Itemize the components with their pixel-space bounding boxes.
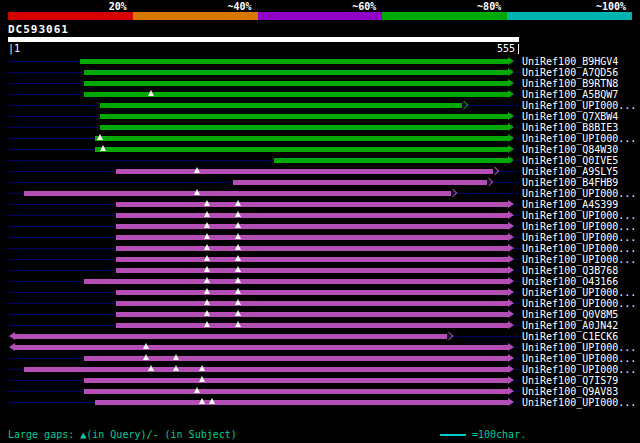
alignment-bar[interactable]	[116, 246, 509, 251]
alignment-bar[interactable]	[84, 70, 508, 75]
bar-arrow-icon	[508, 365, 514, 373]
alignment-bar[interactable]	[24, 191, 452, 196]
bar-arrow-icon	[508, 222, 514, 230]
hit-label[interactable]: UniRef100_B8BIE3	[522, 122, 618, 133]
hit-label[interactable]: UniRef100_Q84W30	[522, 144, 618, 155]
alignment-bar[interactable]	[116, 235, 509, 240]
alignment-bar[interactable]	[116, 224, 509, 229]
hit-label[interactable]: UniRef100_UPI000...	[522, 353, 636, 364]
hit-label[interactable]: UniRef100_B9HGV4	[522, 56, 618, 67]
alignment-row: UniRef100_B9HGV4	[8, 56, 640, 67]
alignment-row: UniRef100_B8BIE3	[8, 122, 640, 133]
hit-label[interactable]: UniRef100_Q0V8M5	[522, 309, 618, 320]
hit-label[interactable]: UniRef100_A5BQW7	[522, 89, 618, 100]
bar-arrow-icon	[508, 255, 514, 263]
hit-label[interactable]: UniRef100_UPI000...	[522, 100, 636, 111]
legend-gaps: Large gaps: ▲(in Query)/- (in Subject)	[8, 429, 237, 440]
alignment-bar[interactable]	[100, 103, 462, 108]
gap-marker-icon	[235, 244, 241, 250]
hit-label[interactable]: UniRef100_UPI000...	[522, 287, 636, 298]
hit-label[interactable]: UniRef100_C1ECK6	[522, 331, 618, 342]
hit-label[interactable]: UniRef100_A7QD56	[522, 67, 618, 78]
alignment-bar[interactable]	[100, 125, 508, 130]
alignment-bar[interactable]	[95, 147, 509, 152]
hit-label[interactable]: UniRef100_UPI000...	[522, 342, 636, 353]
hit-label[interactable]: UniRef100_UPI000...	[522, 298, 636, 309]
gap-marker-icon	[148, 365, 154, 371]
alignment-bar[interactable]	[116, 301, 509, 306]
hit-label[interactable]: UniRef100_UPI000...	[522, 210, 636, 221]
alignment-bar[interactable]	[24, 367, 509, 372]
alignment-bar[interactable]	[95, 136, 509, 141]
alignment-bar[interactable]	[233, 180, 488, 185]
hit-label[interactable]: UniRef100_A9SLY5	[522, 166, 618, 177]
gap-marker-icon	[204, 222, 210, 228]
alignment-bar[interactable]	[84, 81, 508, 86]
alignment-bar[interactable]	[84, 389, 508, 394]
hit-label[interactable]: UniRef100_Q7XBW4	[522, 111, 618, 122]
hit-label[interactable]: UniRef100_B9RTN8	[522, 78, 618, 89]
hit-label[interactable]: UniRef100_Q0IVE5	[522, 155, 618, 166]
hit-label[interactable]: UniRef100_UPI000...	[522, 254, 636, 265]
query-name: DC593061	[8, 23, 69, 36]
alignment-bar[interactable]	[116, 257, 509, 262]
hit-label[interactable]: UniRef100_UPI000...	[522, 364, 636, 375]
gap-marker-icon	[204, 211, 210, 217]
alignment-bar[interactable]	[80, 59, 509, 64]
bar-arrow-icon	[508, 376, 514, 384]
key-label-100: ~100%	[507, 1, 632, 12]
bar-arrow-icon	[508, 68, 514, 76]
hit-label[interactable]: UniRef100_UPI000...	[522, 188, 636, 199]
alignment-row: UniRef100_A7QD56	[8, 67, 640, 78]
alignment-bar[interactable]	[116, 169, 493, 174]
alignment-bar[interactable]	[116, 268, 509, 273]
hit-label[interactable]: UniRef100_UPI000...	[522, 243, 636, 254]
alignment-bar[interactable]	[116, 290, 509, 295]
hit-label[interactable]: UniRef100_UPI000...	[522, 397, 636, 408]
key-label-20: 20%	[8, 1, 133, 12]
bar-arrow-icon	[508, 134, 514, 142]
hit-label[interactable]: UniRef100_UPI000...	[522, 221, 636, 232]
gap-marker-icon	[199, 376, 205, 382]
hit-label[interactable]: UniRef100_A4S399	[522, 199, 618, 210]
hit-label[interactable]: UniRef100_O43166	[522, 276, 618, 287]
alignment-bar[interactable]	[116, 202, 509, 207]
alignment-bar[interactable]	[84, 378, 508, 383]
key-segment-orange	[133, 12, 258, 20]
hit-label[interactable]: UniRef100_B4FHB9	[522, 177, 618, 188]
hit-label[interactable]: UniRef100_A0JN42	[522, 320, 618, 331]
hit-label[interactable]: UniRef100_Q9AV83	[522, 386, 618, 397]
ruler: |1 555	[8, 44, 519, 54]
alignment-bar[interactable]	[84, 279, 508, 284]
bar-arrow-icon	[508, 112, 514, 120]
gap-marker-icon	[235, 222, 241, 228]
alignment-bar[interactable]	[15, 345, 508, 350]
alignment-row: UniRef100_B4FHB9	[8, 177, 640, 188]
gap-marker-icon	[204, 321, 210, 327]
gap-marker-icon	[235, 299, 241, 305]
alignment-bar[interactable]	[116, 213, 509, 218]
gap-marker-icon	[97, 134, 103, 140]
alignment-bar[interactable]	[274, 158, 508, 163]
alignment-row: UniRef100_UPI000...	[8, 100, 640, 111]
key-segment-green	[382, 12, 507, 20]
hit-label[interactable]: UniRef100_Q3B768	[522, 265, 618, 276]
ruler-start-label: |1	[8, 44, 20, 54]
bar-arrow-icon	[508, 354, 514, 362]
hit-label[interactable]: UniRef100_Q7IS79	[522, 375, 618, 386]
bar-arrow-icon	[508, 343, 514, 351]
alignment-bar[interactable]	[15, 334, 447, 339]
key-label-80: ~80%	[382, 1, 507, 12]
hit-label[interactable]: UniRef100_UPI000...	[522, 232, 636, 243]
alignment-bar[interactable]	[116, 323, 509, 328]
alignment-bar[interactable]	[100, 114, 508, 119]
alignment-row: UniRef100_O43166	[8, 276, 640, 287]
alignment-bar[interactable]	[95, 400, 509, 405]
alignment-row: UniRef100_UPI000...	[8, 397, 640, 408]
alignment-bar[interactable]	[116, 312, 509, 317]
gap-marker-icon	[235, 310, 241, 316]
alignment-row: UniRef100_UPI000...	[8, 243, 640, 254]
hit-label[interactable]: UniRef100_UPI000...	[522, 133, 636, 144]
alignment-row: UniRef100_UPI000...	[8, 232, 640, 243]
identity-key-bar	[8, 12, 632, 20]
